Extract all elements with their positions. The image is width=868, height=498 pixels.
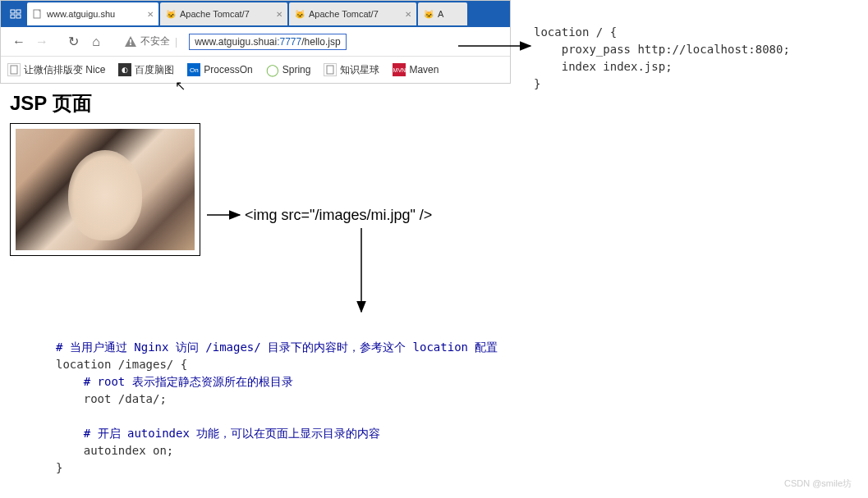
close-icon[interactable]: ✕: [405, 10, 411, 19]
security-label: 不安全 |: [124, 34, 182, 48]
code-comment: # 开启 autoindex 功能，可以在页面上显示目录的内容: [56, 427, 380, 440]
photo-image: [16, 129, 195, 250]
code-comment: # 当用户通过 Nginx 访问 /images/ 目录下的内容时，参考这个 l…: [56, 340, 498, 354]
tomcat-icon: 🐱: [294, 8, 305, 20]
refresh-button[interactable]: ↻: [62, 30, 85, 53]
tab-label: A: [438, 9, 462, 19]
url-bar[interactable]: www.atguigu.shuai:7777/hello.jsp: [189, 34, 346, 50]
url-port: :7777: [277, 36, 301, 48]
bookmark-label: Spring: [282, 64, 311, 75]
home-button[interactable]: ⌂: [85, 30, 108, 53]
browser-tab[interactable]: 🐱 Apache Tomcat/7 ✕: [160, 2, 287, 25]
code-line: location / {: [534, 25, 617, 39]
img-tag-annotation: <img src="/images/mi.jpg" />: [245, 207, 432, 224]
tab-group-icon[interactable]: [4, 4, 27, 24]
close-icon[interactable]: ✕: [147, 10, 154, 19]
url-host: www.atguigu.shuai: [195, 36, 277, 48]
watermark: CSDN @smile坊: [784, 477, 852, 490]
browser-tab[interactable]: 🐱 A: [418, 2, 467, 25]
code-comment: # root 表示指定静态资源所在的根目录: [56, 375, 293, 388]
browser-tab[interactable]: 🐱 Apache Tomcat/7 ✕: [289, 2, 416, 25]
browser-window: www.atguigu.shu ✕ 🐱 Apache Tomcat/7 ✕ 🐱 …: [0, 0, 511, 84]
code-line: index index.jsp;: [534, 60, 673, 73]
nginx-config-bottom: # 当用户通过 Nginx 访问 /images/ 目录下的内容时，参考这个 l…: [56, 322, 498, 477]
tab-label: Apache Tomcat/7: [180, 9, 273, 19]
code-line: location /images/ {: [56, 358, 187, 371]
forward-button[interactable]: →: [30, 30, 53, 53]
svg-rect-8: [327, 66, 333, 74]
security-text: 不安全: [140, 34, 170, 48]
bookmark-label: 让微信排版变 Nice: [24, 63, 105, 77]
page-icon: [324, 63, 337, 76]
bookmark-label: ProcessOn: [204, 64, 252, 75]
nginx-config-top: location / { proxy_pass http://localhost…: [534, 7, 790, 93]
page-icon: [7, 63, 21, 76]
cursor-icon: ↖: [175, 78, 186, 94]
bookmark-bar: 让微信排版变 Nice ◐ 百度脑图 On ProcessOn ◯ Spring…: [1, 57, 510, 83]
tab-bar: www.atguigu.shu ✕ 🐱 Apache Tomcat/7 ✕ 🐱 …: [1, 1, 510, 27]
bookmark-item[interactable]: ◐ 百度脑图: [118, 63, 174, 77]
url-path: /hello.jsp: [301, 36, 340, 48]
maven-icon: MVN: [393, 63, 406, 76]
svg-rect-3: [16, 15, 21, 18]
bookmark-label: 知识星球: [340, 63, 379, 77]
browser-tab[interactable]: www.atguigu.shu ✕: [27, 2, 158, 25]
warning-icon: [124, 35, 137, 48]
processon-icon: On: [187, 63, 200, 76]
code-line: autoindex on;: [56, 444, 173, 457]
back-button[interactable]: ←: [7, 30, 30, 53]
page-content: JSP 页面: [0, 84, 868, 263]
close-icon[interactable]: ✕: [276, 10, 282, 19]
tomcat-icon: 🐱: [165, 8, 177, 20]
svg-rect-7: [11, 66, 17, 74]
svg-rect-1: [16, 10, 21, 13]
code-line: root /data/;: [56, 392, 167, 405]
code-line: }: [534, 77, 540, 90]
svg-rect-5: [130, 39, 131, 43]
bookmark-label: 百度脑图: [135, 63, 174, 77]
baidu-brain-icon: ◐: [118, 63, 131, 76]
bookmark-label: Maven: [409, 64, 439, 75]
spring-icon: ◯: [266, 63, 279, 76]
svg-rect-6: [130, 43, 131, 45]
svg-rect-0: [11, 10, 15, 13]
tomcat-icon: 🐱: [423, 8, 434, 20]
page-icon: [32, 8, 44, 20]
bookmark-item[interactable]: ◯ Spring: [266, 63, 311, 76]
code-line: proxy_pass http://localhost:8080;: [534, 43, 790, 56]
bookmark-item[interactable]: MVN Maven: [393, 63, 439, 76]
bookmark-item[interactable]: 知识星球: [324, 63, 379, 77]
page-title: JSP 页面: [10, 90, 858, 117]
code-line: }: [56, 461, 62, 474]
tab-label: Apache Tomcat/7: [309, 9, 402, 19]
nav-bar: ← → ↻ ⌂ 不安全 | www.atguigu.shuai:7777/hel…: [1, 27, 510, 57]
tab-label: www.atguigu.shu: [47, 9, 144, 19]
image-frame: [10, 123, 200, 256]
bookmark-item[interactable]: 让微信排版变 Nice: [7, 63, 105, 77]
bookmark-item[interactable]: On ProcessOn: [187, 63, 252, 76]
svg-rect-2: [11, 15, 15, 18]
